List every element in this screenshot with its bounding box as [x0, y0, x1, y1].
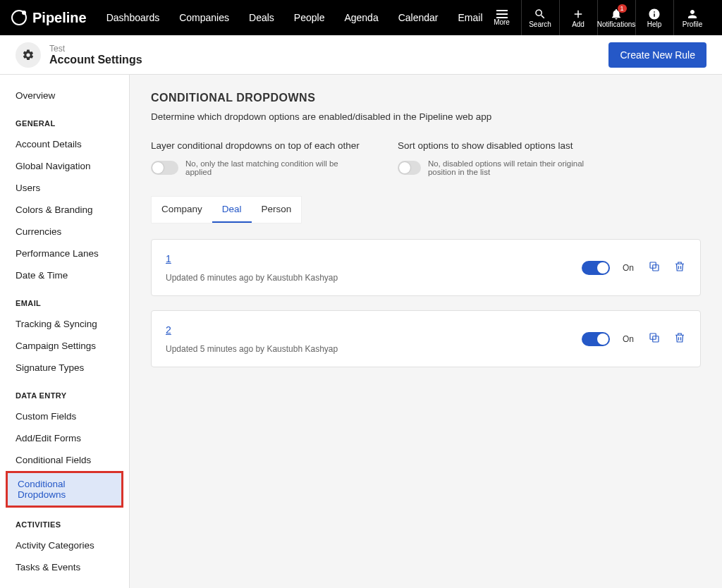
sidebar-heading: EMAIL [0, 286, 129, 313]
rule-actions: On [582, 260, 686, 276]
more-label: More [494, 18, 510, 26]
sort-toggle[interactable] [398, 161, 421, 175]
help-button[interactable]: Help [635, 0, 673, 35]
profile-button[interactable]: Profile [673, 0, 711, 35]
sidebar-item-date-time[interactable]: Date & Time [0, 264, 129, 286]
content: CONDITIONAL DROPDOWNS Determine which dr… [130, 75, 722, 588]
sort-toggle-label: Sort options to show disabled options la… [398, 140, 609, 151]
gear-icon [22, 49, 35, 61]
rule-meta: Updated 6 minutes ago by Kaustubh Kashya… [166, 273, 338, 283]
duplicate-button[interactable] [648, 260, 661, 276]
sidebar-heading: GENERAL [0, 106, 129, 133]
trash-icon [673, 260, 686, 273]
nav-calendar[interactable]: Calendar [398, 12, 439, 23]
rule-meta: Updated 5 minutes ago by Kaustubh Kashya… [166, 344, 338, 354]
page-subtitle: Determine which dropdown options are ena… [151, 111, 701, 122]
sub-titles: Test Account Settings [49, 44, 142, 66]
nav-links: Dashboards Companies Deals People Agenda… [106, 12, 483, 23]
top-nav: Pipeline Dashboards Companies Deals Peop… [0, 0, 722, 35]
delete-button[interactable] [673, 331, 686, 347]
nav-dashboards[interactable]: Dashboards [106, 12, 160, 23]
sort-toggle-row: No, disabled options will retain their o… [398, 159, 609, 176]
sidebar-item-currencies[interactable]: Currencies [0, 221, 129, 243]
help-label: Help [647, 20, 662, 28]
sidebar-item-global-navigation[interactable]: Global Navigation [0, 155, 129, 177]
rule-info: 2 Updated 5 minutes ago by Kaustubh Kash… [166, 324, 338, 354]
sidebar-item-tracking-syncing[interactable]: Tracking & Syncing [0, 313, 129, 335]
copy-icon [648, 331, 661, 344]
layer-toggle[interactable] [151, 161, 178, 175]
rules-list: 1 Updated 6 minutes ago by Kaustubh Kash… [151, 239, 701, 367]
more-menu[interactable]: More [483, 0, 521, 35]
tab-deal[interactable]: Deal [212, 197, 252, 223]
sidebar-heading: DATA ENTRY [0, 379, 129, 405]
settings-avatar [16, 42, 41, 68]
rule-state-label: On [623, 263, 635, 273]
rule-enabled-toggle[interactable] [582, 261, 610, 275]
profile-label: Profile [683, 20, 702, 28]
add-button[interactable]: Add [559, 0, 597, 35]
rule-state-label: On [623, 334, 635, 344]
duplicate-button[interactable] [648, 331, 661, 347]
rule-enabled-toggle[interactable] [582, 332, 610, 346]
notifications-button[interactable]: 1 Notifications [597, 0, 635, 35]
rule-name-link[interactable]: 2 [166, 324, 171, 336]
rule-card: 1 Updated 6 minutes ago by Kaustubh Kash… [151, 239, 701, 296]
tab-person[interactable]: Person [252, 197, 302, 223]
layer-toggle-label: Layer conditional dropdowns on top of ea… [151, 140, 362, 151]
sidebar-item-performance-lanes[interactable]: Performance Lanes [0, 243, 129, 264]
rule-info: 1 Updated 6 minutes ago by Kaustubh Kash… [166, 252, 338, 283]
create-new-rule-button[interactable]: Create New Rule [608, 42, 706, 68]
sidebar-heading: ACTIVITIES [0, 508, 129, 534]
rule-name-link[interactable]: 1 [166, 253, 171, 264]
copy-icon [648, 260, 661, 273]
sidebar-item-overview[interactable]: Overview [0, 85, 129, 106]
sidebar-item-tasks-events[interactable]: Tasks & Events [0, 556, 129, 578]
brand-name: Pipeline [32, 10, 87, 26]
brand[interactable]: Pipeline [11, 10, 87, 26]
nav-companies[interactable]: Companies [179, 12, 229, 23]
layer-toggle-group: Layer conditional dropdowns on top of ea… [151, 140, 362, 176]
page-title: CONDITIONAL DROPDOWNS [151, 92, 701, 104]
search-button[interactable]: Search [521, 0, 559, 35]
nav-people[interactable]: People [294, 12, 325, 23]
sidebar-item-account-details[interactable]: Account Details [0, 133, 129, 155]
notifications-label: Notifications [597, 20, 635, 28]
sidebar-item-add-edit-forms[interactable]: Add/Edit Forms [0, 427, 129, 449]
info-icon [648, 8, 661, 20]
page-section-title: Account Settings [49, 54, 142, 66]
sub-header: Test Account Settings Create New Rule [0, 35, 722, 75]
brand-logo-icon [11, 10, 27, 25]
sort-toggle-desc: No, disabled options will retain their o… [428, 159, 609, 176]
nav-deals[interactable]: Deals [249, 12, 274, 23]
sidebar-item-users[interactable]: Users [0, 177, 129, 199]
sidebar-item-conditional-dropdowns[interactable]: Conditional Dropdowns [8, 473, 121, 506]
notifications-badge: 1 [618, 4, 627, 13]
layer-toggle-desc: No, only the last matching condition wil… [185, 159, 362, 176]
nav-email[interactable]: Email [458, 12, 483, 23]
nav-agenda[interactable]: Agenda [344, 12, 378, 23]
search-icon [534, 8, 546, 20]
add-label: Add [572, 20, 585, 28]
sort-toggle-group: Sort options to show disabled options la… [398, 140, 609, 176]
sidebar-item-conditional-fields[interactable]: Conditional Fields [0, 449, 129, 471]
sidebar-item-custom-fields[interactable]: Custom Fields [0, 405, 129, 427]
sidebar: OverviewGENERALAccount DetailsGlobal Nav… [0, 75, 130, 588]
rule-card: 2 Updated 5 minutes ago by Kaustubh Kash… [151, 310, 701, 367]
layer-toggle-row: No, only the last matching condition wil… [151, 159, 362, 176]
workspace-name: Test [49, 44, 142, 54]
tab-company[interactable]: Company [152, 197, 212, 223]
trash-icon [673, 331, 686, 344]
nav-right: More Search Add 1 Notifications Help Pro… [483, 0, 711, 35]
entity-tabs: CompanyDealPerson [151, 196, 302, 223]
delete-button[interactable] [673, 260, 686, 276]
sidebar-item-signature-types[interactable]: Signature Types [0, 357, 129, 379]
toggle-controls: Layer conditional dropdowns on top of ea… [151, 140, 701, 176]
sidebar-item-activity-categories[interactable]: Activity Categories [0, 534, 129, 556]
sidebar-item-campaign-settings[interactable]: Campaign Settings [0, 335, 129, 357]
search-label: Search [529, 20, 551, 28]
plus-icon [572, 8, 585, 20]
sidebar-item-colors-branding[interactable]: Colors & Branding [0, 199, 129, 221]
main-layout: OverviewGENERALAccount DetailsGlobal Nav… [0, 75, 722, 588]
profile-icon [686, 8, 699, 20]
